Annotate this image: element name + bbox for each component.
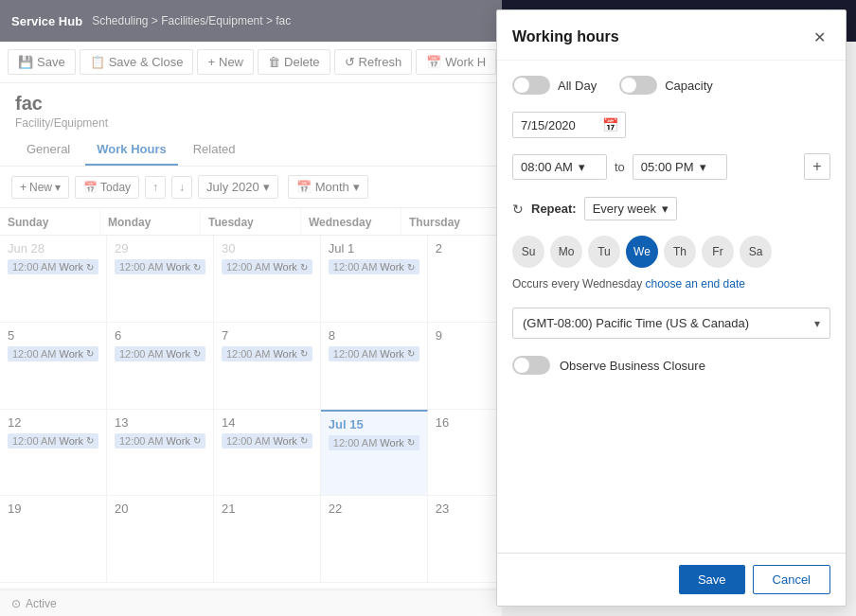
calendar-dim-overlay (0, 0, 502, 616)
observe-closure-label: Observe Business Closure (560, 359, 705, 373)
time-to-select[interactable]: 05:00 PM ▾ (633, 154, 727, 180)
time-from-chevron: ▾ (579, 160, 585, 174)
choose-end-date-link[interactable]: choose an end date (646, 277, 745, 290)
occurs-text: Occurs every Wednesday choose an end dat… (512, 277, 830, 290)
day-chip-we[interactable]: We (626, 236, 658, 268)
timezone-chevron-icon: ▾ (814, 317, 820, 330)
all-day-toggle-item: All Day (512, 76, 597, 95)
time-to-chevron: ▾ (700, 160, 706, 174)
repeat-select[interactable]: Every week ▾ (584, 197, 677, 220)
date-field[interactable] (521, 118, 597, 132)
timezone-selector[interactable]: (GMT-08:00) Pacific Time (US & Canada) ▾ (512, 308, 830, 339)
panel-header: Working hours ✕ (497, 10, 846, 61)
repeat-chevron: ▾ (662, 202, 669, 216)
day-chip-sa[interactable]: Sa (740, 236, 772, 268)
time-to-value: 05:00 PM (641, 160, 694, 174)
capacity-toggle[interactable] (619, 76, 657, 95)
repeat-icon: ↻ (512, 202, 524, 217)
timezone-label: (GMT-08:00) Pacific Time (US & Canada) (523, 316, 749, 330)
closure-row: Observe Business Closure (512, 356, 830, 375)
panel-body: All Day Capacity 📅 08:00 AM ▾ to 05:00 P… (497, 61, 846, 553)
date-row: 📅 (512, 112, 830, 138)
day-chip-mo[interactable]: Mo (550, 236, 582, 268)
close-button[interactable]: ✕ (808, 26, 830, 48)
repeat-label: Repeat: (531, 202, 577, 216)
toggle-row: All Day Capacity (512, 76, 830, 95)
observe-closure-toggle[interactable] (512, 356, 550, 375)
panel-save-button[interactable]: Save (679, 565, 745, 594)
repeat-row: ↻ Repeat: Every week ▾ (512, 197, 830, 220)
repeat-value: Every week (593, 202, 656, 216)
day-picker: SuMoTuWeThFrSa (512, 236, 830, 268)
time-from-value: 08:00 AM (521, 160, 573, 174)
panel-title: Working hours (512, 28, 619, 45)
day-chip-su[interactable]: Su (512, 236, 544, 268)
day-chip-fr[interactable]: Fr (702, 236, 734, 268)
day-chip-tu[interactable]: Tu (588, 236, 620, 268)
time-from-select[interactable]: 08:00 AM ▾ (512, 154, 607, 180)
panel-cancel-button[interactable]: Cancel (753, 565, 830, 594)
add-time-button[interactable]: + (804, 153, 830, 180)
capacity-toggle-item: Capacity (619, 76, 713, 95)
panel-footer: Save Cancel (497, 553, 846, 606)
all-day-label: All Day (558, 79, 597, 93)
working-hours-panel: Working hours ✕ All Day Capacity 📅 08: (496, 9, 847, 607)
capacity-label: Capacity (665, 79, 713, 93)
to-label: to (615, 160, 625, 174)
calendar-picker-icon[interactable]: 📅 (602, 117, 618, 132)
time-row: 08:00 AM ▾ to 05:00 PM ▾ + (512, 153, 830, 180)
day-chip-th[interactable]: Th (664, 236, 696, 268)
date-input-wrapper[interactable]: 📅 (512, 112, 626, 138)
all-day-toggle[interactable] (512, 76, 550, 95)
